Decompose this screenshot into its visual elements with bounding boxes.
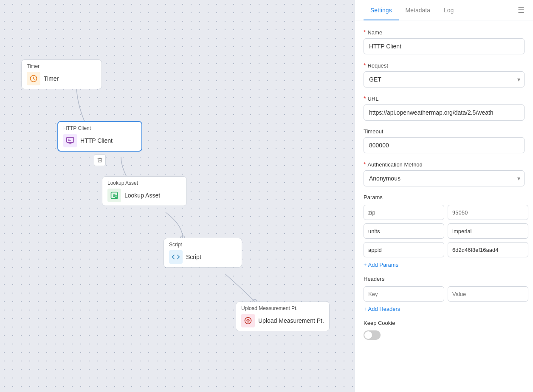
- keep-cookie-label: Keep Cookie: [364, 320, 525, 326]
- header-key-input[interactable]: [364, 286, 444, 302]
- request-select[interactable]: GET POST PUT DELETE: [364, 71, 525, 87]
- node-timer[interactable]: Timer Timer: [21, 59, 102, 89]
- param-val-3[interactable]: [448, 242, 528, 257]
- param-row-3: [364, 242, 525, 257]
- auth-label: * Authentication Method: [364, 161, 525, 168]
- add-params-button[interactable]: + Add Params: [364, 262, 525, 268]
- timeout-input[interactable]: [364, 137, 525, 153]
- timer-icon: [27, 72, 40, 85]
- node-script[interactable]: Script Script: [164, 238, 242, 268]
- tab-settings[interactable]: Settings: [364, 0, 399, 20]
- script-icon: [169, 250, 183, 264]
- url-field-group: * URL: [364, 95, 525, 121]
- url-label: * URL: [364, 95, 525, 102]
- params-label: Params: [364, 194, 525, 200]
- node-delete-button[interactable]: [94, 154, 106, 166]
- param-row-2: [364, 223, 525, 239]
- node-upload[interactable]: Upload Measurement Pt. Upload Measuremen…: [236, 302, 330, 331]
- tab-metadata[interactable]: Metadata: [399, 0, 437, 20]
- timeout-label: Timeout: [364, 128, 525, 135]
- keep-cookie-toggle-wrapper: [364, 330, 525, 340]
- request-label: * Request: [364, 62, 525, 69]
- param-key-1[interactable]: [364, 205, 444, 220]
- header-val-input[interactable]: [448, 286, 528, 302]
- add-headers-button[interactable]: + Add Headers: [364, 306, 525, 312]
- lookup-icon: [107, 189, 121, 202]
- params-section: Params: [364, 194, 525, 268]
- param-key-3[interactable]: [364, 242, 444, 257]
- auth-field-group: * Authentication Method Anonymous Basic …: [364, 161, 525, 186]
- svg-rect-5: [67, 138, 74, 143]
- svg-point-7: [115, 196, 117, 198]
- url-input[interactable]: [364, 104, 525, 121]
- settings-panel: Settings Metadata Log ☰ * Name * Request…: [355, 0, 533, 392]
- node-http-client[interactable]: HTTP Client HTTP Client: [57, 121, 142, 152]
- menu-icon[interactable]: ☰: [518, 6, 525, 15]
- upload-icon: [241, 314, 255, 327]
- param-val-1[interactable]: [448, 205, 528, 220]
- name-input[interactable]: [364, 38, 525, 54]
- node-lookup-asset[interactable]: Lookup Asset Lookup Asset: [102, 176, 187, 206]
- param-row-1: [364, 205, 525, 220]
- headers-section: Headers + Add Headers: [364, 276, 525, 312]
- request-field-group: * Request GET POST PUT DELETE ▾: [364, 62, 525, 87]
- tab-log[interactable]: Log: [437, 0, 460, 20]
- request-select-wrapper: GET POST PUT DELETE ▾: [364, 71, 525, 87]
- timeout-field-group: Timeout: [364, 128, 525, 153]
- auth-select-wrapper: Anonymous Basic Bearer Token ▾: [364, 170, 525, 186]
- panel-header: Settings Metadata Log ☰: [355, 0, 533, 20]
- headers-label: Headers: [364, 276, 525, 282]
- name-label: * Name: [364, 29, 525, 36]
- header-row-1: [364, 286, 525, 302]
- name-field-group: * Name: [364, 29, 525, 54]
- auth-select[interactable]: Anonymous Basic Bearer Token: [364, 170, 525, 186]
- panel-body: * Name * Request GET POST PUT DELETE ▾: [355, 20, 533, 392]
- keep-cookie-group: Keep Cookie: [364, 320, 525, 340]
- canvas: Timer Timer HTTP Client HTTP Client: [0, 0, 355, 392]
- param-key-2[interactable]: [364, 223, 444, 239]
- keep-cookie-toggle[interactable]: [364, 330, 381, 340]
- http-icon: [63, 134, 77, 147]
- param-val-2[interactable]: [448, 223, 528, 239]
